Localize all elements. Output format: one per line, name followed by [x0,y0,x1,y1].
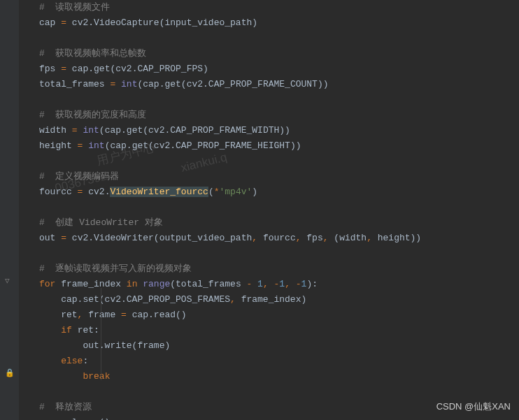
code-text: fourcc [263,233,296,243]
code-text: (total_frames [170,279,246,289]
code-text [115,79,121,89]
code-op: * [214,187,220,197]
code-comment: # 创建 VideoWriter 对象 [39,217,163,228]
code-string: 'mp4v' [220,187,253,197]
code-op: = [61,233,66,243]
gutter-marker-icon: ▽ [5,273,10,289]
code-text: fps [39,64,61,74]
code-text: frame_index) [241,294,307,305]
code-keyword: break [83,371,110,382]
code-comment: # 释放资源 [39,402,92,412]
code-text: frame [88,310,121,320]
code-op: - [296,279,301,289]
code-keyword: if [61,325,77,335]
code-text: cap.get(cv2.CAP_PROP_FPS) [66,64,208,74]
code-comma: , [367,233,378,243]
code-text [39,325,61,335]
code-text: (cap.get(cv2.CAP_PROP_FRAME_WIDTH)) [99,125,290,136]
code-comment: # 获取视频帧率和总帧数 [39,48,146,59]
code-text: cap.read() [127,310,187,320]
code-editor[interactable]: 用户为中心 00367392 xiankui.q # 读取视频文件 cap = … [20,0,519,420]
code-text: out.write(frame) [39,340,170,351]
code-text: ): [306,279,318,289]
code-text: height [39,140,78,151]
code-func-highlighted: VideoWriter_fourcc [110,187,208,197]
code-keyword: for [39,279,61,289]
code-builtin: int [83,125,99,136]
code-comment: # 逐帧读取视频并写入新的视频对象 [39,263,192,274]
code-text: ) [252,187,257,197]
code-text: cv2.VideoCapture(input_video_path) [66,17,257,28]
code-comma: , [78,310,89,320]
code-comma: , [230,294,241,305]
code-keyword: else [61,356,83,366]
code-text: total_frames [39,79,110,89]
code-text [39,371,83,382]
code-text [39,356,61,366]
code-comma: , [296,233,307,243]
code-text: fps [306,233,322,243]
code-body: # 读取视频文件 cap = cv2.VideoCapture(input_vi… [39,0,519,420]
code-text: ( [208,187,214,197]
code-comma: , [285,279,296,289]
editor-gutter: ▽ 🔒 [0,0,20,420]
code-text: ret [39,310,78,320]
code-comma: , [263,279,274,289]
code-text: width [39,125,72,136]
code-comma: , [323,233,334,243]
code-number: 1 [279,279,285,289]
code-comment: # 读取视频文件 [39,2,110,13]
gutter-lock-icon: 🔒 [5,365,15,381]
code-op: = [72,125,78,136]
code-text: (cap.get(cv2.CAP_PROP_FRAME_COUNT)) [137,79,328,89]
code-keyword: in [127,279,143,289]
code-builtin: range [143,279,170,289]
code-comment: # 获取视频的宽度和高度 [39,110,146,120]
code-text: (width [334,233,367,243]
code-builtin: int [121,79,137,89]
attribution-label: CSDN @仙魁XAN [436,399,511,414]
code-text: cap.set(cv2.CAP_PROP_POS_FRAMES [39,294,230,305]
code-number: 1 [257,279,263,289]
code-text: cv2. [83,187,110,197]
code-text: height)) [378,233,421,243]
code-text: cv2.VideoWriter(output_video_path [66,233,252,243]
code-comma: , [252,233,263,243]
code-text: out [39,233,61,243]
code-text: (cap.get(cv2.CAP_PROP_FRAME_HEIGHT)) [105,140,301,151]
code-text: cap.release() [39,417,110,420]
code-builtin: int [88,140,104,151]
code-op: = [61,17,66,28]
code-op: = [121,310,127,320]
code-text: frame_index [61,279,127,289]
code-op: = [61,64,66,74]
code-text: cap [39,17,61,28]
code-op: - [246,279,257,289]
code-text: ret: [78,325,99,335]
code-text: fourcc [39,187,78,197]
code-text: : [83,356,88,366]
code-comment: # 定义视频编码器 [39,171,119,182]
